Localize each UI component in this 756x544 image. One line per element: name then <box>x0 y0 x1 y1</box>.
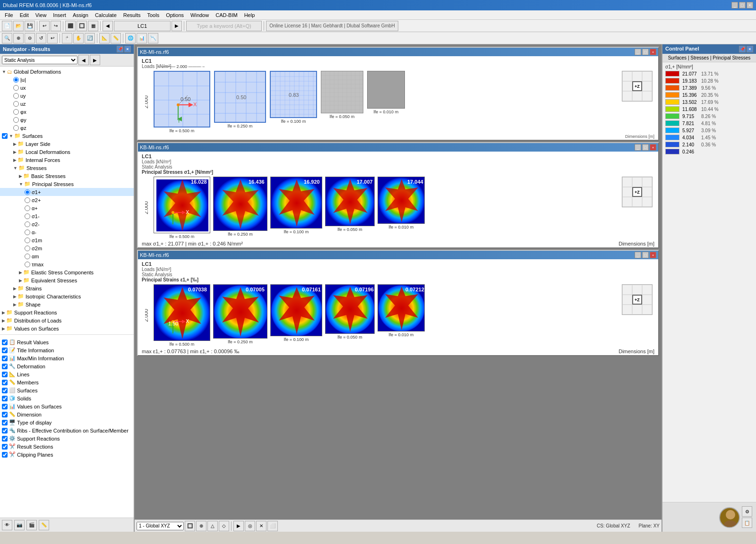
menu-results[interactable]: Results <box>120 11 144 19</box>
tb2-btn-2[interactable]: ⊕ <box>13 33 24 43</box>
check-values-surf2[interactable] <box>2 404 8 409</box>
check-result-values[interactable] <box>2 340 8 345</box>
tb2-btn-10[interactable]: 📏 <box>111 33 121 43</box>
tree-clipping-planes[interactable]: ✂️ Clipping Planes <box>0 450 134 459</box>
menu-help[interactable]: Help <box>241 11 258 19</box>
radio-alpha-plus[interactable] <box>25 205 30 211</box>
tree-shape[interactable]: ▶ 📁 Shape <box>0 300 134 308</box>
tree-equiv-stress[interactable]: ▶ 📁 Equivalent Stresses <box>0 276 134 284</box>
tree-elastic-stress[interactable]: ▶ 📁 Elastic Stress Components <box>0 268 134 276</box>
tree-isotropic[interactable]: ▶ 📁 Isotropic Characteristics <box>0 292 134 300</box>
win2-close[interactable]: × <box>650 144 656 151</box>
tree-result-values[interactable]: 📋 Result Values <box>0 338 134 346</box>
check-lines[interactable] <box>2 372 8 377</box>
cp-btn-1[interactable]: ⚙ <box>742 506 752 517</box>
check-result-sections[interactable] <box>2 444 8 450</box>
win1-close[interactable]: × <box>650 49 656 55</box>
win3-min[interactable]: _ <box>635 252 641 258</box>
tree-uy[interactable]: uy <box>0 92 134 100</box>
cp-btn-2[interactable]: 📋 <box>742 518 752 528</box>
radio-sigma2m[interactable] <box>25 246 30 251</box>
tree-stresses[interactable]: ▼ 📁 Stresses <box>0 164 134 172</box>
tree-result-sections[interactable]: ✂️ Result Sections <box>0 442 134 450</box>
save-button[interactable]: 💾 <box>25 21 35 31</box>
tree-support-react-check[interactable]: ⚙️ Support Reactions <box>0 434 134 442</box>
view-btn-1[interactable]: ⬛ <box>65 21 76 31</box>
cp-pin[interactable]: 📌 <box>739 46 746 52</box>
tree-layer-side[interactable]: ▶ 📁 Layer Side <box>0 140 134 148</box>
tree-solids[interactable]: 🧊 Solids <box>0 394 134 402</box>
tree-distribution-of-loads[interactable]: ▶ 📁 Distribution of Loads <box>0 316 134 324</box>
check-ribs[interactable] <box>2 428 8 434</box>
tree-phix[interactable]: φx <box>0 108 134 116</box>
radio-phiy[interactable] <box>13 117 19 123</box>
radio-alpha-minus[interactable] <box>25 230 30 235</box>
radio-u-abs[interactable] <box>13 77 19 83</box>
tree-internal-forces[interactable]: ▶ 📁 Internal Forces <box>0 156 134 164</box>
nav-cam-btn[interactable]: 📷 <box>14 520 25 530</box>
menu-edit[interactable]: Edit <box>17 11 32 19</box>
menu-calculate[interactable]: Calculate <box>92 11 120 19</box>
win3-max[interactable]: □ <box>642 252 649 258</box>
menu-tools[interactable]: Tools <box>144 11 162 19</box>
tree-surfaces[interactable]: ▼ 📁 Surfaces <box>0 132 134 140</box>
view-mode-3[interactable]: ✕ <box>256 521 266 531</box>
cp-close[interactable]: × <box>747 46 753 52</box>
view-panels-scroll[interactable]: KB-MI-ns.rf6 _ □ × LC1 Loads [kN/m²] 2.0… <box>135 44 662 519</box>
tree-alpha-plus[interactable]: α+ <box>0 204 134 212</box>
tree-basic-stresses[interactable]: ▶ 📁 Basic Stresses <box>0 172 134 180</box>
view-mode-2[interactable]: ◎ <box>245 521 255 531</box>
radio-uy[interactable] <box>13 93 19 99</box>
menu-window[interactable]: Window <box>188 11 212 19</box>
tree-sigma1minus[interactable]: σ1- <box>0 212 134 220</box>
check-dimension[interactable] <box>2 412 8 417</box>
tree-deformation[interactable]: 🔧 Deformation <box>0 362 134 370</box>
view-mode-1[interactable]: ▶ <box>233 521 244 531</box>
tree-ux[interactable]: ux <box>0 84 134 92</box>
radio-ux[interactable] <box>13 85 19 91</box>
tree-sigma1m[interactable]: σ1m <box>0 236 134 244</box>
tb2-btn-3[interactable]: ⊖ <box>25 33 35 43</box>
minimize-button[interactable]: _ <box>731 2 738 8</box>
menu-options[interactable]: Options <box>163 11 187 19</box>
maximize-button[interactable]: □ <box>739 2 746 8</box>
tree-ribs[interactable]: 🔩 Ribs - Effective Contribution on Surfa… <box>0 426 134 434</box>
snap-btn-2[interactable]: ⊕ <box>196 521 206 531</box>
radio-sigma2minus[interactable] <box>25 221 30 227</box>
check-deformation[interactable] <box>2 364 8 369</box>
nav-prev[interactable]: ◀ <box>78 55 89 65</box>
open-button[interactable]: 📂 <box>13 21 24 31</box>
menu-insert[interactable]: Insert <box>50 11 69 19</box>
new-button[interactable]: 📄 <box>2 21 12 31</box>
nav-pin-btn[interactable]: 📌 <box>117 46 123 52</box>
tb2-btn-4[interactable]: ↺ <box>36 33 46 43</box>
tree-maxmin-info[interactable]: 📊 Max/Min Information <box>0 354 134 362</box>
tree-phiy[interactable]: φy <box>0 116 134 124</box>
check-surfaces[interactable] <box>2 133 8 139</box>
menu-cadbim[interactable]: CAD-BIM <box>213 11 240 19</box>
view-btn-2[interactable]: 🔲 <box>77 21 87 31</box>
tb2-btn-1[interactable]: 🔍 <box>2 33 12 43</box>
radio-sigma1minus[interactable] <box>25 213 30 219</box>
tree-dimension[interactable]: 📏 Dimension <box>0 410 134 418</box>
check-support-react[interactable] <box>2 436 8 442</box>
tree-values-on-surfaces[interactable]: ▶ 📁 Values on Surfaces <box>0 324 134 332</box>
tree-sigma2minus[interactable]: σ2- <box>0 220 134 228</box>
radio-uz[interactable] <box>13 101 19 107</box>
tb2-btn-5[interactable]: ↩ <box>47 33 58 43</box>
check-clipping-planes[interactable] <box>2 452 8 458</box>
tree-alpha-minus[interactable]: α- <box>0 228 134 236</box>
nav-close-btn[interactable]: × <box>124 46 131 52</box>
radio-alpham[interactable] <box>25 254 30 259</box>
tree-support-reactions[interactable]: ▶ 📁 Support Reactions <box>0 308 134 316</box>
nav-eye-btn[interactable]: 👁 <box>2 520 12 530</box>
radio-sigma1m[interactable] <box>25 238 30 243</box>
tree-title-info[interactable]: 📝 Title Information <box>0 346 134 354</box>
nav-measure-btn[interactable]: 📏 <box>39 520 49 530</box>
radio-sigma2plus[interactable] <box>25 197 30 203</box>
tree-lines[interactable]: 📐 Lines <box>0 370 134 378</box>
analysis-dropdown[interactable]: Static Analysis <box>2 56 77 64</box>
tree-surfaces-check[interactable]: ⬜ Surfaces <box>0 386 134 394</box>
lc-prev[interactable]: ◀ <box>103 21 113 31</box>
tree-global-deformations[interactable]: ▼ 🗂 Global Deformations <box>0 68 134 76</box>
